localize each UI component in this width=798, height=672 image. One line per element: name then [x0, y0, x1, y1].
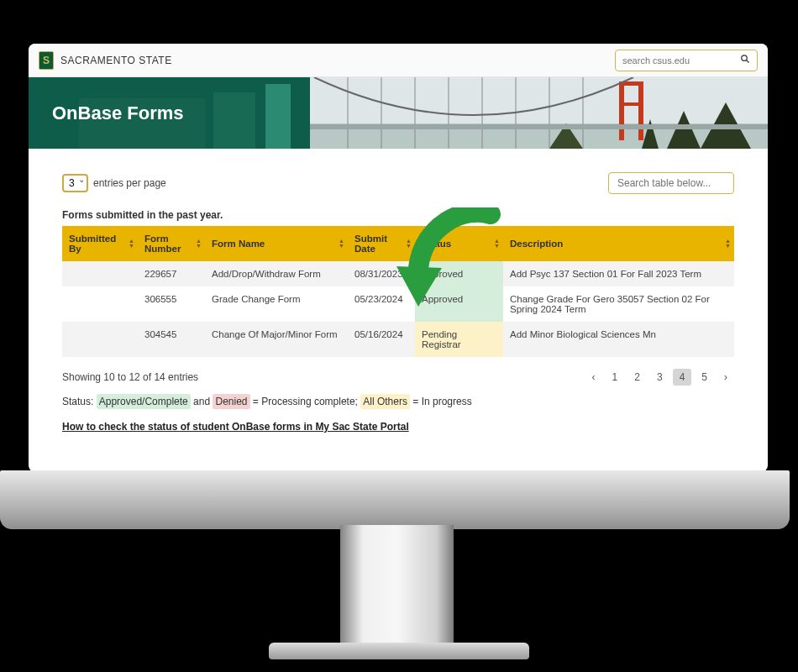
legend-eq-progress: = In progress [412, 396, 471, 407]
status-legend: Status: Approved/Complete and Denied = P… [62, 396, 734, 407]
cell-status: Pending Registrar [415, 322, 503, 357]
site-search-input[interactable] [622, 55, 740, 66]
cell-submitDate: 05/16/2024 [348, 322, 415, 357]
legend-denied-chip: Denied [213, 394, 249, 409]
svg-rect-6 [310, 77, 768, 123]
howto-link[interactable]: How to check the status of student OnBas… [62, 421, 734, 433]
sort-icon: ▲▼ [196, 239, 202, 249]
content-area: 3 entries per page Forms submitted in th… [29, 149, 768, 441]
legend-prefix: Status: [62, 396, 93, 407]
legend-others-chip: All Others [360, 394, 410, 409]
cell-submittedBy [62, 261, 138, 286]
svg-rect-8 [619, 81, 624, 140]
cell-formNumber: 304545 [138, 322, 205, 357]
monitor-neck [340, 525, 454, 651]
col-form-number[interactable]: Form Number▲▼ [138, 226, 205, 261]
entries-per-page-select[interactable]: 3 [62, 174, 88, 192]
svg-line-1 [747, 60, 749, 63]
table-footer: Showing 10 to 12 of 14 entries ‹12345› [62, 369, 734, 386]
cell-formNumber: 229657 [138, 261, 205, 286]
cell-formName: Grade Change Form [205, 286, 348, 322]
cell-submitDate: 05/23/2024 [348, 286, 415, 322]
table-row[interactable]: 306555Grade Change Form05/23/2024Approve… [62, 286, 734, 322]
pagination-page-1[interactable]: 1 [606, 369, 625, 386]
table-search-input[interactable] [608, 172, 734, 194]
sort-icon: ▲▼ [129, 239, 134, 249]
cell-status: Approved [415, 261, 503, 286]
hero-banner: OnBase Forms [29, 77, 768, 149]
cell-submittedBy [62, 322, 138, 357]
cell-description: Add Psyc 137 Section 01 For Fall 2023 Te… [503, 261, 734, 286]
pagination-page-5[interactable]: 5 [695, 369, 714, 386]
cell-status: Approved [415, 286, 503, 322]
cell-description: Change Grade For Gero 35057 Section 02 F… [503, 286, 734, 322]
monitor-base [0, 470, 790, 529]
search-icon [740, 54, 750, 66]
svg-rect-9 [638, 81, 643, 140]
cell-description: Add Minor Biological Sciences Mn [503, 322, 734, 357]
entries-per-page-label: entries per page [93, 177, 166, 189]
table-row[interactable]: 304545Change Of Major/Minor Form05/16/20… [62, 322, 734, 357]
legend-and: and [193, 396, 210, 407]
sort-icon: ▲▼ [406, 239, 412, 249]
monitor-foot [269, 643, 529, 659]
legend-approved-chip: Approved/Complete [97, 394, 191, 409]
sort-icon: ▲▼ [339, 239, 344, 249]
table-caption: Forms submitted in the past year. [62, 209, 734, 221]
svg-rect-5 [265, 84, 291, 149]
col-submitted-by[interactable]: Submitted By▲▼ [62, 226, 138, 261]
showing-entries-label: Showing 10 to 12 of 14 entries [62, 371, 198, 383]
cell-submittedBy [62, 286, 138, 322]
sort-icon: ▲▼ [725, 239, 731, 249]
monitor-screen: S SACRAMENTO STATE [29, 44, 768, 472]
top-bar: S SACRAMENTO STATE [29, 44, 768, 77]
pagination-page-3[interactable]: 3 [650, 369, 669, 386]
svg-rect-4 [213, 92, 255, 149]
page-title: OnBase Forms [52, 102, 184, 124]
site-search[interactable] [615, 50, 758, 71]
svg-point-0 [742, 55, 748, 61]
cell-formNumber: 306555 [138, 286, 205, 322]
col-form-name[interactable]: Form Name▲▼ [205, 226, 348, 261]
col-submit-date[interactable]: Submit Date▲▼ [348, 226, 415, 261]
forms-table: Submitted By▲▼ Form Number▲▼ Form Name▲▼… [62, 226, 734, 357]
cell-formName: Change Of Major/Minor Form [205, 322, 348, 357]
brand-label: SACRAMENTO STATE [60, 55, 172, 66]
legend-eq-complete: = Processing complete; [253, 396, 358, 407]
pagination-page-4[interactable]: 4 [673, 369, 692, 386]
col-status[interactable]: Status▲▼ [415, 226, 503, 261]
table-row[interactable]: 229657Add/Drop/Withdraw Form08/31/2023Ap… [62, 261, 734, 286]
pagination: ‹12345› [585, 369, 734, 386]
pagination-prev[interactable]: ‹ [585, 369, 602, 386]
col-description[interactable]: Description▲▼ [503, 226, 734, 261]
university-shield-icon: S [39, 51, 54, 70]
sort-icon: ▲▼ [494, 239, 500, 249]
svg-rect-11 [619, 102, 643, 106]
cell-submitDate: 08/31/2023 [348, 261, 415, 286]
svg-rect-20 [310, 124, 768, 129]
pagination-page-2[interactable]: 2 [627, 369, 647, 386]
table-controls: 3 entries per page [62, 172, 734, 194]
cell-formName: Add/Drop/Withdraw Form [205, 261, 348, 286]
pagination-next[interactable]: › [717, 369, 734, 386]
